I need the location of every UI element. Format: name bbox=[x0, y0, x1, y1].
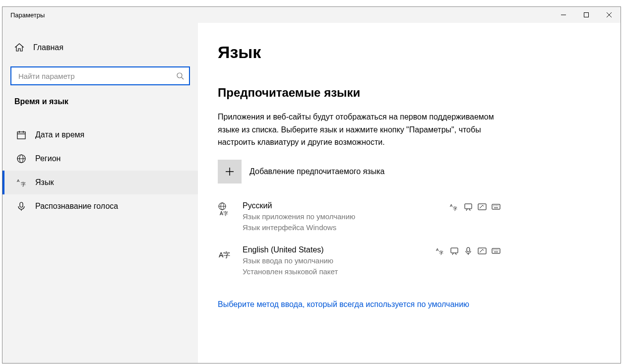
svg-text:A: A bbox=[17, 179, 20, 183]
page-title: Язык bbox=[218, 43, 601, 62]
svg-point-44 bbox=[498, 249, 498, 250]
svg-point-42 bbox=[495, 249, 495, 250]
svg-text:字: 字 bbox=[439, 250, 443, 255]
titlebar: Параметры bbox=[2, 7, 621, 23]
language-sub1: Язык приложения по умолчанию bbox=[243, 211, 450, 223]
svg-point-43 bbox=[496, 249, 497, 250]
svg-rect-40 bbox=[492, 248, 500, 253]
text-to-speech-icon bbox=[450, 246, 459, 255]
close-icon bbox=[606, 12, 612, 18]
language-sub2: Язык интерфейса Windows bbox=[243, 222, 450, 234]
sidebar-item-speech[interactable]: Распознавание голоса bbox=[2, 194, 198, 218]
svg-text:字: 字 bbox=[21, 182, 26, 187]
sidebar-item-language[interactable]: A字 Язык bbox=[2, 171, 198, 194]
settings-window: Параметры Главная bbox=[2, 6, 621, 364]
text-to-speech-icon bbox=[464, 202, 473, 211]
sidebar: Главная Время и язык Дата и время bbox=[2, 23, 198, 363]
svg-text:A字: A字 bbox=[220, 211, 228, 216]
default-input-method-link[interactable]: Выберите метод ввода, который всегда исп… bbox=[218, 299, 496, 310]
keyboard-icon bbox=[492, 246, 500, 255]
sidebar-items: Дата и время Регион A字 Язык bbox=[2, 123, 198, 218]
close-button[interactable] bbox=[598, 7, 621, 23]
sidebar-category: Время и язык bbox=[2, 95, 198, 112]
svg-rect-15 bbox=[20, 202, 23, 207]
svg-point-31 bbox=[498, 205, 498, 206]
svg-rect-26 bbox=[478, 204, 486, 210]
language-glyph-icon: A字 bbox=[218, 201, 235, 234]
language-glyph-icon: A字 bbox=[218, 245, 235, 278]
language-item-english[interactable]: A字 English (United States) Язык ввода по… bbox=[218, 240, 500, 284]
search-input[interactable] bbox=[18, 72, 176, 80]
sidebar-item-label: Распознавание голоса bbox=[35, 202, 118, 211]
language-icon: A字 bbox=[16, 178, 26, 187]
handwriting-icon bbox=[478, 246, 487, 255]
search-icon bbox=[176, 72, 184, 80]
svg-point-4 bbox=[177, 73, 182, 78]
language-item-russian[interactable]: A字 Русский Язык приложения по умолчанию … bbox=[218, 195, 500, 240]
language-features: A字 bbox=[436, 245, 500, 278]
microphone-icon bbox=[16, 201, 26, 211]
svg-rect-27 bbox=[492, 204, 500, 209]
language-name: English (United States) bbox=[243, 245, 436, 254]
language-sub2: Установлен языковой пакет bbox=[243, 266, 436, 278]
home-icon bbox=[14, 43, 24, 53]
svg-rect-36 bbox=[451, 248, 458, 253]
language-texts: Русский Язык приложения по умолчанию Язы… bbox=[243, 201, 450, 234]
svg-rect-6 bbox=[17, 132, 25, 139]
add-language-button[interactable]: Добавление предпочитаемого языка bbox=[218, 160, 601, 183]
svg-rect-25 bbox=[465, 204, 472, 209]
sidebar-item-region[interactable]: Регион bbox=[2, 147, 198, 171]
svg-point-30 bbox=[496, 205, 497, 206]
speech-recognition-icon bbox=[464, 246, 473, 255]
window-title: Параметры bbox=[10, 11, 45, 19]
svg-point-41 bbox=[493, 249, 494, 250]
handwriting-icon bbox=[478, 202, 487, 211]
minimize-icon bbox=[561, 12, 566, 18]
maximize-button[interactable] bbox=[575, 7, 598, 23]
display-language-icon: A字 bbox=[450, 202, 459, 211]
plus-icon bbox=[225, 167, 234, 176]
keyboard-icon bbox=[492, 202, 500, 211]
svg-point-29 bbox=[495, 205, 495, 206]
minimize-button[interactable] bbox=[552, 7, 575, 23]
language-sub1: Язык ввода по умолчанию bbox=[243, 255, 436, 267]
add-language-label: Добавление предпочитаемого языка bbox=[249, 167, 384, 176]
sidebar-item-date-time[interactable]: Дата и время bbox=[2, 123, 198, 147]
display-language-icon: A字 bbox=[436, 246, 445, 255]
window-controls bbox=[552, 7, 621, 23]
svg-text:A字: A字 bbox=[219, 251, 230, 259]
globe-icon bbox=[16, 154, 26, 164]
section-title: Предпочитаемые языки bbox=[218, 86, 601, 100]
language-features: A字 bbox=[450, 201, 500, 234]
nav-home-label: Главная bbox=[33, 43, 63, 52]
svg-rect-37 bbox=[467, 247, 470, 252]
svg-line-5 bbox=[182, 77, 184, 79]
maximize-icon bbox=[583, 12, 589, 18]
search-input-container[interactable] bbox=[10, 66, 190, 85]
svg-text:字: 字 bbox=[453, 206, 457, 211]
section-description: Приложения и веб-сайты будут отображатьс… bbox=[218, 111, 496, 149]
svg-rect-1 bbox=[584, 13, 589, 17]
svg-rect-39 bbox=[478, 248, 486, 254]
nav-home[interactable]: Главная bbox=[2, 37, 198, 59]
window-body: Главная Время и язык Дата и время bbox=[2, 23, 621, 363]
language-name: Русский bbox=[243, 201, 450, 210]
sidebar-item-label: Регион bbox=[35, 154, 61, 163]
sidebar-item-label: Язык bbox=[35, 178, 54, 187]
plus-icon-box bbox=[218, 160, 242, 183]
sidebar-item-label: Дата и время bbox=[35, 130, 84, 139]
language-texts: English (United States) Язык ввода по ум… bbox=[243, 245, 436, 278]
svg-point-28 bbox=[493, 205, 494, 206]
calendar-icon bbox=[16, 130, 26, 140]
content: Язык Предпочитаемые языки Приложения и в… bbox=[198, 23, 621, 363]
